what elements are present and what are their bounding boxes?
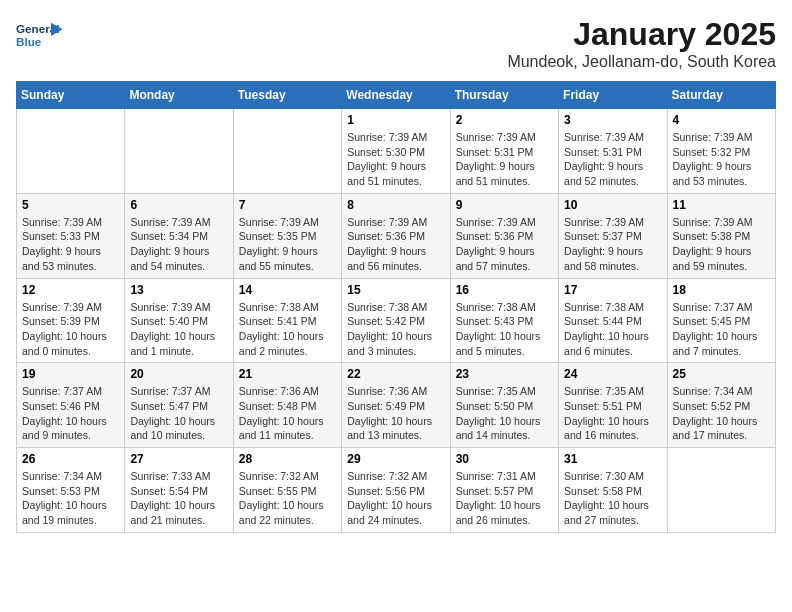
day-info: Sunrise: 7:39 AM Sunset: 5:32 PM Dayligh… — [673, 130, 770, 189]
day-number: 6 — [130, 198, 227, 212]
calendar-cell: 20Sunrise: 7:37 AM Sunset: 5:47 PM Dayli… — [125, 363, 233, 448]
calendar-cell: 29Sunrise: 7:32 AM Sunset: 5:56 PM Dayli… — [342, 448, 450, 533]
day-info: Sunrise: 7:39 AM Sunset: 5:31 PM Dayligh… — [456, 130, 553, 189]
calendar-cell: 2Sunrise: 7:39 AM Sunset: 5:31 PM Daylig… — [450, 109, 558, 194]
calendar-cell: 9Sunrise: 7:39 AM Sunset: 5:36 PM Daylig… — [450, 193, 558, 278]
week-row-1: 1Sunrise: 7:39 AM Sunset: 5:30 PM Daylig… — [17, 109, 776, 194]
day-number: 28 — [239, 452, 336, 466]
calendar-table: SundayMondayTuesdayWednesdayThursdayFrid… — [16, 81, 776, 533]
logo-icon: General Blue — [16, 16, 66, 56]
day-info: Sunrise: 7:33 AM Sunset: 5:54 PM Dayligh… — [130, 469, 227, 528]
day-info: Sunrise: 7:39 AM Sunset: 5:40 PM Dayligh… — [130, 300, 227, 359]
calendar-cell: 15Sunrise: 7:38 AM Sunset: 5:42 PM Dayli… — [342, 278, 450, 363]
calendar-cell — [667, 448, 775, 533]
calendar-cell: 21Sunrise: 7:36 AM Sunset: 5:48 PM Dayli… — [233, 363, 341, 448]
calendar-cell: 28Sunrise: 7:32 AM Sunset: 5:55 PM Dayli… — [233, 448, 341, 533]
day-number: 1 — [347, 113, 444, 127]
calendar-cell: 18Sunrise: 7:37 AM Sunset: 5:45 PM Dayli… — [667, 278, 775, 363]
day-info: Sunrise: 7:39 AM Sunset: 5:35 PM Dayligh… — [239, 215, 336, 274]
day-info: Sunrise: 7:38 AM Sunset: 5:42 PM Dayligh… — [347, 300, 444, 359]
calendar-cell: 1Sunrise: 7:39 AM Sunset: 5:30 PM Daylig… — [342, 109, 450, 194]
calendar-cell: 8Sunrise: 7:39 AM Sunset: 5:36 PM Daylig… — [342, 193, 450, 278]
day-number: 13 — [130, 283, 227, 297]
header-monday: Monday — [125, 82, 233, 109]
calendar-cell: 11Sunrise: 7:39 AM Sunset: 5:38 PM Dayli… — [667, 193, 775, 278]
day-info: Sunrise: 7:35 AM Sunset: 5:51 PM Dayligh… — [564, 384, 661, 443]
header: General Blue January 2025 Mundeok, Jeoll… — [16, 16, 776, 71]
month-title: January 2025 — [507, 16, 776, 53]
day-number: 17 — [564, 283, 661, 297]
day-info: Sunrise: 7:39 AM Sunset: 5:36 PM Dayligh… — [456, 215, 553, 274]
day-info: Sunrise: 7:38 AM Sunset: 5:43 PM Dayligh… — [456, 300, 553, 359]
day-number: 16 — [456, 283, 553, 297]
calendar-cell: 3Sunrise: 7:39 AM Sunset: 5:31 PM Daylig… — [559, 109, 667, 194]
day-info: Sunrise: 7:39 AM Sunset: 5:30 PM Dayligh… — [347, 130, 444, 189]
day-info: Sunrise: 7:39 AM Sunset: 5:34 PM Dayligh… — [130, 215, 227, 274]
calendar-cell: 6Sunrise: 7:39 AM Sunset: 5:34 PM Daylig… — [125, 193, 233, 278]
calendar-cell: 16Sunrise: 7:38 AM Sunset: 5:43 PM Dayli… — [450, 278, 558, 363]
day-info: Sunrise: 7:39 AM Sunset: 5:36 PM Dayligh… — [347, 215, 444, 274]
header-saturday: Saturday — [667, 82, 775, 109]
day-info: Sunrise: 7:38 AM Sunset: 5:44 PM Dayligh… — [564, 300, 661, 359]
header-wednesday: Wednesday — [342, 82, 450, 109]
day-number: 29 — [347, 452, 444, 466]
week-row-4: 19Sunrise: 7:37 AM Sunset: 5:46 PM Dayli… — [17, 363, 776, 448]
calendar-cell: 30Sunrise: 7:31 AM Sunset: 5:57 PM Dayli… — [450, 448, 558, 533]
day-number: 11 — [673, 198, 770, 212]
day-number: 27 — [130, 452, 227, 466]
day-number: 9 — [456, 198, 553, 212]
calendar-cell: 26Sunrise: 7:34 AM Sunset: 5:53 PM Dayli… — [17, 448, 125, 533]
day-number: 31 — [564, 452, 661, 466]
location-title: Mundeok, Jeollanam-do, South Korea — [507, 53, 776, 71]
week-row-5: 26Sunrise: 7:34 AM Sunset: 5:53 PM Dayli… — [17, 448, 776, 533]
calendar-cell: 13Sunrise: 7:39 AM Sunset: 5:40 PM Dayli… — [125, 278, 233, 363]
calendar-cell — [233, 109, 341, 194]
calendar-cell — [125, 109, 233, 194]
day-number: 4 — [673, 113, 770, 127]
day-info: Sunrise: 7:35 AM Sunset: 5:50 PM Dayligh… — [456, 384, 553, 443]
calendar-cell — [17, 109, 125, 194]
header-sunday: Sunday — [17, 82, 125, 109]
calendar-cell: 24Sunrise: 7:35 AM Sunset: 5:51 PM Dayli… — [559, 363, 667, 448]
calendar-cell: 22Sunrise: 7:36 AM Sunset: 5:49 PM Dayli… — [342, 363, 450, 448]
calendar-cell: 14Sunrise: 7:38 AM Sunset: 5:41 PM Dayli… — [233, 278, 341, 363]
calendar-cell: 5Sunrise: 7:39 AM Sunset: 5:33 PM Daylig… — [17, 193, 125, 278]
day-number: 12 — [22, 283, 119, 297]
day-number: 15 — [347, 283, 444, 297]
title-area: January 2025 Mundeok, Jeollanam-do, Sout… — [507, 16, 776, 71]
day-info: Sunrise: 7:37 AM Sunset: 5:45 PM Dayligh… — [673, 300, 770, 359]
calendar-cell: 17Sunrise: 7:38 AM Sunset: 5:44 PM Dayli… — [559, 278, 667, 363]
day-info: Sunrise: 7:38 AM Sunset: 5:41 PM Dayligh… — [239, 300, 336, 359]
header-tuesday: Tuesday — [233, 82, 341, 109]
day-number: 2 — [456, 113, 553, 127]
day-info: Sunrise: 7:30 AM Sunset: 5:58 PM Dayligh… — [564, 469, 661, 528]
day-number: 8 — [347, 198, 444, 212]
calendar-cell: 7Sunrise: 7:39 AM Sunset: 5:35 PM Daylig… — [233, 193, 341, 278]
day-info: Sunrise: 7:31 AM Sunset: 5:57 PM Dayligh… — [456, 469, 553, 528]
week-row-2: 5Sunrise: 7:39 AM Sunset: 5:33 PM Daylig… — [17, 193, 776, 278]
day-info: Sunrise: 7:36 AM Sunset: 5:49 PM Dayligh… — [347, 384, 444, 443]
day-number: 14 — [239, 283, 336, 297]
day-info: Sunrise: 7:34 AM Sunset: 5:53 PM Dayligh… — [22, 469, 119, 528]
day-number: 7 — [239, 198, 336, 212]
day-number: 23 — [456, 367, 553, 381]
calendar-cell: 23Sunrise: 7:35 AM Sunset: 5:50 PM Dayli… — [450, 363, 558, 448]
day-info: Sunrise: 7:39 AM Sunset: 5:39 PM Dayligh… — [22, 300, 119, 359]
calendar-cell: 10Sunrise: 7:39 AM Sunset: 5:37 PM Dayli… — [559, 193, 667, 278]
calendar-cell: 12Sunrise: 7:39 AM Sunset: 5:39 PM Dayli… — [17, 278, 125, 363]
calendar-cell: 31Sunrise: 7:30 AM Sunset: 5:58 PM Dayli… — [559, 448, 667, 533]
day-number: 18 — [673, 283, 770, 297]
calendar-cell: 25Sunrise: 7:34 AM Sunset: 5:52 PM Dayli… — [667, 363, 775, 448]
calendar-cell: 4Sunrise: 7:39 AM Sunset: 5:32 PM Daylig… — [667, 109, 775, 194]
day-number: 22 — [347, 367, 444, 381]
days-header-row: SundayMondayTuesdayWednesdayThursdayFrid… — [17, 82, 776, 109]
day-number: 20 — [130, 367, 227, 381]
day-number: 5 — [22, 198, 119, 212]
day-info: Sunrise: 7:39 AM Sunset: 5:31 PM Dayligh… — [564, 130, 661, 189]
day-info: Sunrise: 7:39 AM Sunset: 5:38 PM Dayligh… — [673, 215, 770, 274]
day-info: Sunrise: 7:39 AM Sunset: 5:37 PM Dayligh… — [564, 215, 661, 274]
day-info: Sunrise: 7:36 AM Sunset: 5:48 PM Dayligh… — [239, 384, 336, 443]
day-number: 24 — [564, 367, 661, 381]
day-number: 3 — [564, 113, 661, 127]
calendar-cell: 19Sunrise: 7:37 AM Sunset: 5:46 PM Dayli… — [17, 363, 125, 448]
